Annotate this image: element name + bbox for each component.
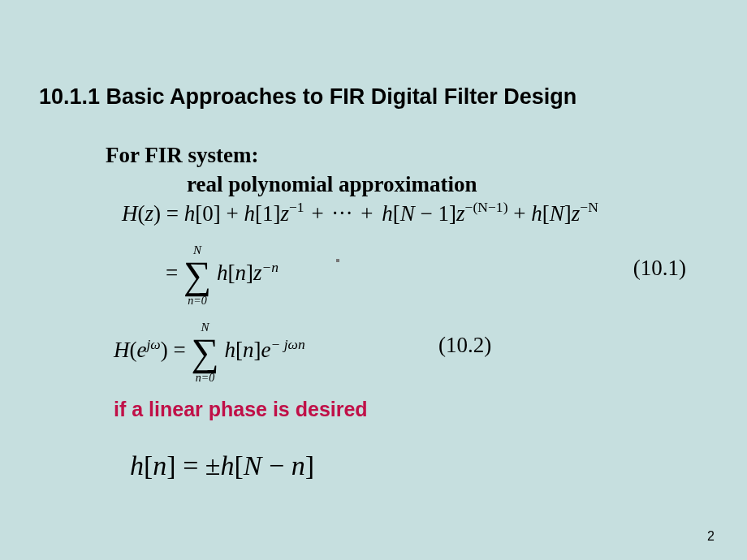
bracket-close: ] xyxy=(564,201,572,226)
minus: − xyxy=(262,450,291,480)
decorative-dot xyxy=(336,259,339,262)
plus: + xyxy=(507,201,531,226)
bracket-0: [0] xyxy=(195,201,220,226)
sym-N: N xyxy=(400,201,415,226)
linear-phase-note: if a linear phase is desired xyxy=(114,398,368,421)
equals: = xyxy=(166,261,184,285)
sigma-lower: n=0 xyxy=(188,295,206,308)
sym-h: h xyxy=(184,201,196,226)
sigma-lower: n=0 xyxy=(196,372,214,385)
exp-mjwn: − jωn xyxy=(270,336,304,352)
sigma-icon: ∑ xyxy=(184,256,211,295)
ellipsis: + ··· + xyxy=(304,201,382,226)
sym-n: n xyxy=(243,338,254,362)
sym-N: N xyxy=(550,201,564,226)
equals: = xyxy=(161,201,184,226)
sym-h: h xyxy=(382,201,393,226)
paren-open: ( xyxy=(130,338,137,362)
sym-z: z xyxy=(456,201,465,226)
bracket-close: ] xyxy=(305,450,314,480)
sym-h: h xyxy=(217,261,228,285)
equation-linear-phase-condition: h[n] = ±h[N − n] xyxy=(130,450,314,481)
sym-z: z xyxy=(572,201,581,226)
sym-h: h xyxy=(224,338,235,362)
bracket-close: ] xyxy=(166,450,175,480)
section-title: 10.1.1 Basic Approaches to FIR Digital F… xyxy=(39,84,576,110)
sigma-icon: ∑ xyxy=(191,333,218,372)
paren-close: ) xyxy=(153,201,161,226)
sym-h: h xyxy=(221,450,235,480)
equation-hz-expansion: H(z) = h[0] + h[1]z−1 + ··· + h[N − 1]z−… xyxy=(122,200,598,226)
paren-close: ) xyxy=(161,338,168,362)
sigma-sum: N ∑ n=0 xyxy=(184,256,211,295)
exp-Nm1: −(N−1) xyxy=(465,199,508,215)
bracket-Nm1: − 1] xyxy=(415,201,456,226)
bracket-open: [ xyxy=(144,450,153,480)
bracket-1: [1] xyxy=(255,201,280,226)
paren-open: ( xyxy=(138,201,145,226)
bracket-open: [ xyxy=(542,201,550,226)
bracket-open: [ xyxy=(235,338,243,362)
sym-n: n xyxy=(153,450,166,480)
sym-z: z xyxy=(253,261,262,285)
bracket-open: [ xyxy=(235,450,244,480)
equation-hejw: H(ejω) = N ∑ n=0 h[n]e− jωn xyxy=(114,333,305,372)
sym-h: h xyxy=(130,450,144,480)
equation-number-2: (10.2) xyxy=(438,333,491,358)
bracket-close: ] xyxy=(246,261,253,285)
sym-H: H xyxy=(122,201,138,226)
exp-minus-1: −1 xyxy=(289,199,304,215)
sym-e: e xyxy=(261,338,270,362)
exp-jw: jω xyxy=(146,336,160,352)
exp-minus-N: −N xyxy=(580,199,598,215)
equation-number-1: (10.1) xyxy=(633,256,686,281)
page-number: 2 xyxy=(707,529,715,544)
sym-e: e xyxy=(137,338,147,362)
for-fir-label: For FIR system: xyxy=(106,143,258,168)
equals-pm: = ± xyxy=(176,450,221,480)
sym-h: h xyxy=(244,201,255,226)
sym-h: h xyxy=(531,201,542,226)
sigma-sum: N ∑ n=0 xyxy=(191,333,218,372)
sym-n: n xyxy=(235,261,246,285)
plus: + xyxy=(221,201,244,226)
equals: = xyxy=(168,338,192,362)
sym-z: z xyxy=(145,201,154,226)
equation-hz-sum: = N ∑ n=0 h[n]z−n xyxy=(166,256,279,295)
sym-z: z xyxy=(280,201,289,226)
sym-N: N xyxy=(244,450,262,480)
sym-H: H xyxy=(114,338,130,362)
exp-minus-n: −n xyxy=(261,259,279,275)
sym-n: n xyxy=(291,450,305,480)
bracket-open: [ xyxy=(393,201,400,226)
approximation-label: real polynomial approximation xyxy=(187,172,477,197)
